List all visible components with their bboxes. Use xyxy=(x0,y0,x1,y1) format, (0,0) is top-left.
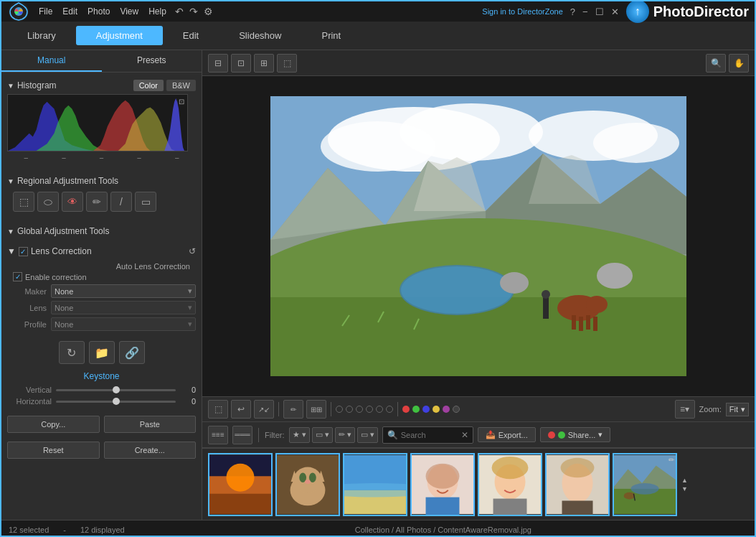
menu-photo[interactable]: Photo xyxy=(88,6,110,17)
horizontal-slider[interactable] xyxy=(56,401,176,403)
export-button[interactable]: 📤 Export... xyxy=(478,427,536,442)
tab-adjustment[interactable]: Adjustment xyxy=(76,26,163,45)
transform-btn[interactable]: ↗↙ xyxy=(254,400,274,419)
pan-tool-btn[interactable]: ✋ xyxy=(729,54,749,73)
regional-tools-header[interactable]: ▼ Regional Adjustment Tools xyxy=(7,173,196,189)
filter-dot-1[interactable] xyxy=(336,406,343,413)
thumbnail-1[interactable] xyxy=(208,453,273,516)
history-btn[interactable]: ⬚ xyxy=(208,400,228,419)
region-ellipse-tool[interactable]: ⬭ xyxy=(37,192,59,212)
zoom-select[interactable]: Fit ▾ xyxy=(726,403,749,416)
enable-correction-checkbox[interactable]: ✓ xyxy=(13,272,22,281)
region-eye-tool[interactable]: 👁 xyxy=(62,192,83,212)
sign-in-link[interactable]: Sign in to DirectorZone xyxy=(482,7,563,16)
color-filter-dark[interactable] xyxy=(453,406,460,413)
filter-box-btn[interactable]: ▭ ▾ xyxy=(357,427,378,443)
filter-star-btn[interactable]: ★ ▾ xyxy=(289,427,310,443)
zoom-tool-btn[interactable]: 🔍 xyxy=(706,54,726,73)
app-icon xyxy=(7,0,30,23)
color-filter-green[interactable] xyxy=(412,406,420,413)
color-filter-blue[interactable] xyxy=(422,406,430,413)
filter-label: Filter: xyxy=(265,431,285,439)
vertical-slider[interactable] xyxy=(56,389,176,391)
color-filter-red[interactable] xyxy=(402,406,410,413)
lens-enable-checkbox[interactable]: ✓ xyxy=(19,247,28,256)
color-btn[interactable]: Color xyxy=(133,80,164,91)
view-details-btn[interactable]: ═══ xyxy=(232,426,252,444)
panel-tab-presets[interactable]: Presets xyxy=(102,50,202,72)
folder-btn[interactable]: 📁 xyxy=(89,341,115,364)
lens-reset-icon[interactable]: ↺ xyxy=(189,246,196,256)
filter-dot-6[interactable] xyxy=(386,406,393,413)
lens-correction-section: ▼ ✓ Lens Correction ↺ Auto Lens Correcti… xyxy=(1,243,202,337)
region-line-tool[interactable]: / xyxy=(110,192,132,212)
create-btn[interactable]: Create... xyxy=(104,442,197,459)
filter-edit-btn[interactable]: ✏ ▾ xyxy=(335,427,355,443)
share-button[interactable]: Share... ▾ xyxy=(540,427,611,442)
search-clear-icon[interactable]: ✕ xyxy=(461,430,468,440)
region-box-tool[interactable]: ▭ xyxy=(135,192,156,212)
filter-dot-5[interactable] xyxy=(376,406,383,413)
menu-edit[interactable]: Edit xyxy=(62,6,77,17)
reset-btn[interactable]: Reset xyxy=(7,442,100,459)
maximize-btn[interactable]: ☐ xyxy=(595,6,604,17)
back-icon[interactable]: ↶ xyxy=(175,6,184,17)
maker-dropdown[interactable]: None ▾ xyxy=(51,284,196,298)
thumbnail-4[interactable] xyxy=(410,453,475,516)
close-btn[interactable]: ✕ xyxy=(611,6,619,17)
view-fullscreen-btn[interactable]: ⬚ xyxy=(277,54,297,73)
forward-icon[interactable]: ↷ xyxy=(189,6,198,17)
menu-help[interactable]: Help xyxy=(148,6,166,17)
region-rect-tool[interactable]: ⬚ xyxy=(13,192,34,212)
lens-row: Lens None ▾ xyxy=(7,301,196,314)
thumb-nav-up[interactable]: ▲ xyxy=(681,477,688,484)
search-input[interactable] xyxy=(401,431,458,439)
filter-rect-btn[interactable]: ▭ ▾ xyxy=(312,427,333,443)
tab-slideshow[interactable]: Slideshow xyxy=(219,26,301,45)
minimize-btn[interactable]: − xyxy=(582,6,588,17)
rotate-btn[interactable]: ↩ xyxy=(231,400,251,419)
region-brush-tool[interactable]: ✏ xyxy=(86,192,108,212)
thumbnail-2[interactable] xyxy=(275,453,340,516)
tab-edit[interactable]: Edit xyxy=(163,26,219,45)
settings-icon[interactable]: ⚙ xyxy=(204,6,213,17)
global-tools-header[interactable]: ▼ Global Adjustment Tools xyxy=(7,223,196,239)
view-compare-btn[interactable]: ⊡ xyxy=(231,54,251,73)
thumbnail-3[interactable] xyxy=(343,453,407,516)
refresh-btn[interactable]: ↻ xyxy=(59,341,85,364)
bottom-buttons-2: Reset Create... xyxy=(1,437,202,463)
filter-dot-3[interactable] xyxy=(356,406,363,413)
sort-btn[interactable]: ≡▾ xyxy=(675,400,695,419)
paste-btn[interactable]: Paste xyxy=(104,416,197,433)
view-list-btn[interactable]: ≡≡≡ xyxy=(208,426,228,444)
maker-row: Maker None ▾ xyxy=(7,284,196,298)
menu-file[interactable]: File xyxy=(39,6,52,17)
tool-btn-2[interactable]: ⊞⊞ xyxy=(306,400,326,419)
view-grid-btn[interactable]: ⊞ xyxy=(254,54,274,73)
export-icon: 📤 xyxy=(486,430,496,439)
profile-dropdown[interactable]: None ▾ xyxy=(51,317,196,331)
thumbnail-7[interactable]: ✏ xyxy=(613,453,677,516)
thumbnail-6[interactable] xyxy=(545,453,610,516)
tab-print[interactable]: Print xyxy=(301,26,361,45)
panel-tab-manual[interactable]: Manual xyxy=(1,50,102,72)
tool-btn-1[interactable]: ✏ xyxy=(283,400,303,419)
histogram-canvas: ⊡ xyxy=(7,94,188,151)
tab-library[interactable]: Library xyxy=(7,26,76,45)
lens-dropdown[interactable]: None ▾ xyxy=(51,301,196,314)
filter-dot-2[interactable] xyxy=(346,406,353,413)
copy-btn[interactable]: Copy... xyxy=(7,416,100,433)
link-btn[interactable]: 🔗 xyxy=(119,341,145,364)
svg-rect-56 xyxy=(562,500,593,515)
filter-dot-4[interactable] xyxy=(366,406,373,413)
help-btn[interactable]: ? xyxy=(570,6,575,17)
color-filter-purple[interactable] xyxy=(443,406,450,413)
histogram-icon[interactable]: ⊡ xyxy=(179,98,184,106)
thumbnail-5[interactable] xyxy=(478,453,542,516)
histogram-header[interactable]: ▼ Histogram Color B&W xyxy=(7,77,196,94)
color-filter-yellow[interactable] xyxy=(433,406,440,413)
thumb-nav-down[interactable]: ▼ xyxy=(681,485,688,492)
bw-btn[interactable]: B&W xyxy=(166,80,196,91)
menu-view[interactable]: View xyxy=(120,6,138,17)
view-single-btn[interactable]: ⊟ xyxy=(208,54,228,73)
